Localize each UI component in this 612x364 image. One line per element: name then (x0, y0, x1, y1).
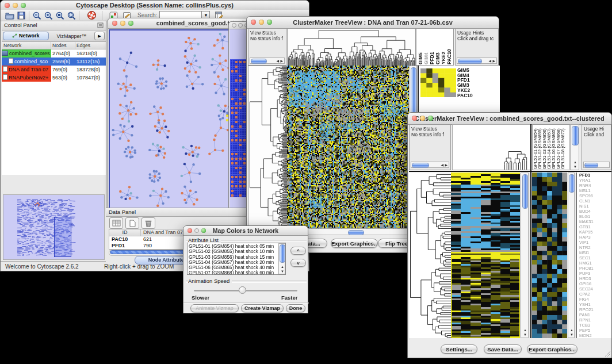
minimize-button[interactable] (238, 23, 243, 28)
birdseye-view[interactable] (3, 194, 105, 260)
tab-vizmapper[interactable]: VizMapper™ (49, 33, 94, 39)
tv2-gene-label[interactable]: RNR4 (579, 183, 611, 188)
create-vizmap-button[interactable]: Create Vizmap (241, 304, 284, 312)
tv2-column-label[interactable]: GPL51-04 (GSM857) (547, 125, 552, 169)
network-table-header[interactable]: Network Nodes Edges (2, 42, 106, 49)
zoom-in-icon[interactable] (43, 10, 54, 21)
close-button[interactable] (5, 3, 10, 8)
tv2-column-labels[interactable]: GPL51-01 (GSM854)GPL51-02 (GSM855)GPL51-… (532, 124, 569, 170)
zoom-button[interactable] (21, 3, 26, 8)
tv2-column-label[interactable]: GPL51-06 (GSM865) (552, 125, 556, 169)
zoom-fit-icon[interactable] (66, 10, 77, 21)
tv2-hints-hscrollbar[interactable] (583, 162, 610, 168)
treeview2-titlebar[interactable]: ClusterMaker TreeView : combined_scores_… (408, 113, 611, 125)
tv2-gene-label[interactable]: PAN1 (579, 312, 611, 317)
tv1-column-labels[interactable]: GIM5GIM4PFD1GIM3YKE2PAC10 (416, 28, 454, 66)
delete-attribute-icon[interactable] (141, 217, 155, 229)
tv2-gene-label[interactable]: NTR2 (579, 245, 611, 250)
tv2-column-label[interactable]: GPL51-07 (GSM868) (556, 125, 561, 169)
zoom-button[interactable] (267, 20, 272, 25)
scroll-up-icon[interactable]: ▲ (281, 265, 284, 269)
tv2-status-hscrollbar[interactable]: ◀ ▶ (411, 162, 449, 168)
tv2-gene-label[interactable]: KAP95 (579, 229, 611, 235)
scroll-down-icon[interactable]: ▼ (523, 333, 527, 336)
tv1-column-label[interactable]: GIM4 (423, 29, 429, 64)
tv2-gene-label[interactable]: MAK31 (579, 219, 611, 224)
tv2-gene-label[interactable]: HMG1 (579, 260, 611, 266)
tv2-gene-label[interactable]: YRA1 (579, 178, 611, 183)
tv2-gene-label[interactable]: BUD4 (579, 209, 611, 214)
tv2-gene-label[interactable]: FIG4 (579, 297, 611, 302)
network-table-row[interactable]: DNA and Tran 07 769(0) 183728(0) (2, 66, 106, 74)
tv1-column-label[interactable]: PAC10 (446, 29, 452, 64)
tv1-status-hscrollbar[interactable]: ◀ ▶ (250, 58, 285, 64)
tv2-gene-label[interactable]: SPC98 (579, 193, 611, 198)
open-session-icon[interactable] (4, 10, 16, 21)
tv2-gene-label[interactable]: TCB3 (579, 323, 611, 328)
tv2-gene-label[interactable]: RPO21 (579, 307, 611, 312)
tv2-save-data-button[interactable]: Save Data... (484, 344, 522, 354)
tv2-gene-label[interactable]: MSI1 (579, 250, 611, 255)
tv2-gene-label[interactable]: CPA2 (579, 292, 611, 297)
tv2-gene-label[interactable]: NIS1 (579, 204, 611, 209)
tab-network[interactable]: Network (3, 32, 49, 40)
tv2-gene-label[interactable]: SEC1 (579, 255, 611, 260)
scroll-up-icon[interactable]: ▲ (573, 160, 577, 164)
tv2-gene-label[interactable]: CLN1 (579, 198, 611, 204)
minimize-button[interactable] (420, 116, 425, 121)
minimize-button[interactable] (120, 21, 125, 26)
tv2-row-dendrogram[interactable] (409, 173, 451, 338)
tv1-column-dendrogram[interactable] (287, 28, 416, 66)
tv2-gene-label[interactable]: PEP5 (579, 328, 611, 333)
attribute-list-item[interactable]: GPL51-07 (GSM868) heat shock 60 min (189, 270, 284, 275)
float-panel-icon[interactable] (97, 22, 104, 28)
scroll-left-icon[interactable]: ◀ (276, 59, 279, 63)
tv2-heatmap-vscrollbar[interactable]: ▲ ▼ (521, 173, 529, 338)
scroll-right-icon[interactable]: ▶ (492, 59, 495, 63)
attribute-listbox[interactable]: GPL51-01 (GSM854) heat shock 05 minGPL51… (187, 243, 286, 275)
tv1-column-label[interactable]: PFD1 (429, 29, 435, 64)
zoom-out-icon[interactable] (31, 10, 43, 21)
tv2-gene-label[interactable]: YSH1 (579, 302, 611, 307)
animation-speed-slider-thumb[interactable] (239, 286, 246, 294)
tv2-settings-button[interactable]: Settings... (441, 344, 477, 354)
scroll-up-icon[interactable]: ▲ (570, 328, 573, 332)
tv2-export-graphics-button[interactable]: Export Graphics... (527, 344, 577, 354)
tv1-column-label[interactable]: GIM3 (435, 29, 441, 64)
network-table-row[interactable]: combined_scores 2764(0) 16218(0) (2, 49, 106, 58)
save-session-icon[interactable] (16, 10, 27, 21)
zoom-button[interactable] (428, 116, 433, 121)
select-attributes-icon[interactable] (109, 217, 123, 229)
tv2-heatmap[interactable] (451, 173, 520, 338)
zoom-button[interactable] (128, 21, 133, 26)
tv2-gene-label[interactable]: GTB1 (579, 224, 611, 229)
tv1-export-graphics-button[interactable]: Export Graphics... (331, 239, 378, 248)
tv2-column-label[interactable]: GPL51-01 (GSM854) (533, 125, 538, 169)
tv2-zoom-heatmap[interactable] (532, 173, 567, 338)
tv1-column-label[interactable]: YKE2 (441, 29, 446, 64)
tv2-column-dendrogram[interactable] (503, 150, 527, 170)
network-table-row[interactable]: combined_sco 2569(6) 13112(15) (2, 58, 106, 66)
close-button[interactable] (251, 20, 256, 25)
tv2-column-label[interactable]: GPL51-03 (GSM856) (542, 125, 547, 169)
main-titlebar[interactable]: Cytoscape Desktop (Session Name: collins… (1, 1, 309, 10)
scroll-down-icon[interactable]: ▼ (570, 333, 573, 336)
move-attribute-down-button[interactable]: v (290, 259, 306, 267)
tv2-gene-label[interactable]: PHO81 (579, 266, 611, 271)
dialog-titlebar[interactable]: Map Colors to Network (183, 226, 308, 236)
animate-vizmap-button[interactable]: Animate Vizmap (190, 304, 239, 312)
tv2-gene-label[interactable]: HAP3 (579, 235, 611, 240)
tv1-hints-hscrollbar[interactable]: ◀ ▶ (457, 58, 497, 64)
tv1-column-label[interactable]: GIM5 (418, 29, 423, 64)
tv1-row-dendrogram[interactable] (248, 66, 288, 229)
tv2-gene-label[interactable]: PFD1 (579, 173, 611, 178)
tv2-column-label[interactable]: GPL51-02 (GSM855) (538, 125, 542, 169)
scroll-right-icon[interactable]: ▶ (445, 163, 447, 167)
tv2-gene-label[interactable]: HRD3 (579, 276, 611, 281)
close-button[interactable] (188, 228, 192, 233)
tv2-zoom-vscrollbar[interactable]: ▲ ▼ (568, 173, 575, 338)
tv2-gene-label[interactable]: RPN1 (579, 317, 611, 323)
scroll-right-icon[interactable]: ▶ (280, 59, 283, 63)
tv1-zoom-matrix[interactable] (420, 68, 456, 97)
close-button[interactable] (412, 116, 417, 121)
